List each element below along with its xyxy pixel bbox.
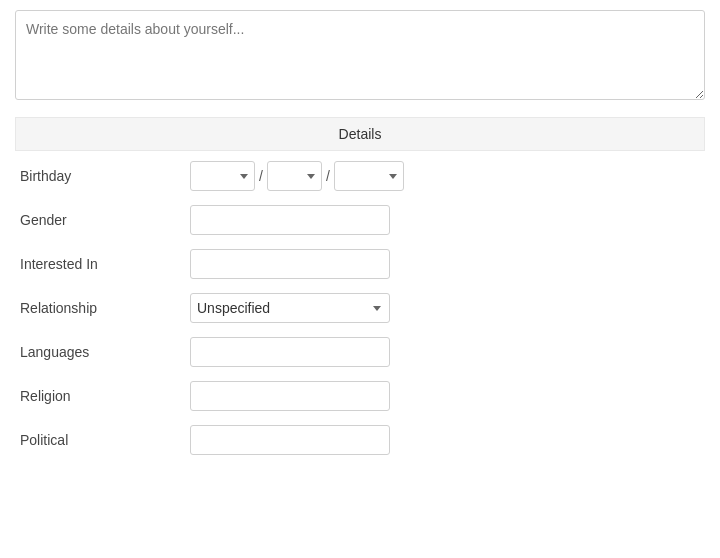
birthday-sep-1: / <box>259 168 263 184</box>
interested-in-label: Interested In <box>20 256 190 272</box>
political-label: Political <box>20 432 190 448</box>
relationship-select[interactable]: Unspecified Single In a Relationship Eng… <box>190 293 390 323</box>
interested-in-row: Interested In <box>15 249 705 279</box>
birthday-sep-2: / <box>326 168 330 184</box>
interested-in-input[interactable] <box>190 249 390 279</box>
gender-input[interactable] <box>190 205 390 235</box>
details-section-header: Details <box>15 117 705 151</box>
birthday-row: Birthday Jan Feb Mar Apr May Jun Jul Aug… <box>15 161 705 191</box>
religion-row: Religion <box>15 381 705 411</box>
gender-label: Gender <box>20 212 190 228</box>
birthday-year-select[interactable] <box>334 161 404 191</box>
bio-textarea[interactable] <box>15 10 705 100</box>
birthday-month-select[interactable]: Jan Feb Mar Apr May Jun Jul Aug Sep Oct … <box>190 161 255 191</box>
languages-input[interactable] <box>190 337 390 367</box>
birthday-label: Birthday <box>20 168 190 184</box>
birthday-selects: Jan Feb Mar Apr May Jun Jul Aug Sep Oct … <box>190 161 404 191</box>
birthday-day-select[interactable] <box>267 161 322 191</box>
political-input[interactable] <box>190 425 390 455</box>
relationship-row: Relationship Unspecified Single In a Rel… <box>15 293 705 323</box>
relationship-label: Relationship <box>20 300 190 316</box>
religion-input[interactable] <box>190 381 390 411</box>
languages-label: Languages <box>20 344 190 360</box>
political-row: Political <box>15 425 705 455</box>
gender-row: Gender <box>15 205 705 235</box>
religion-label: Religion <box>20 388 190 404</box>
languages-row: Languages <box>15 337 705 367</box>
